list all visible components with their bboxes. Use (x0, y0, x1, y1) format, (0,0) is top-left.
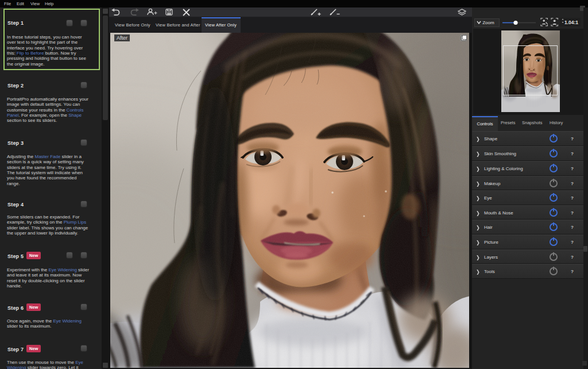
svg-text:1.04:1: 1.04:1 (564, 20, 578, 25)
